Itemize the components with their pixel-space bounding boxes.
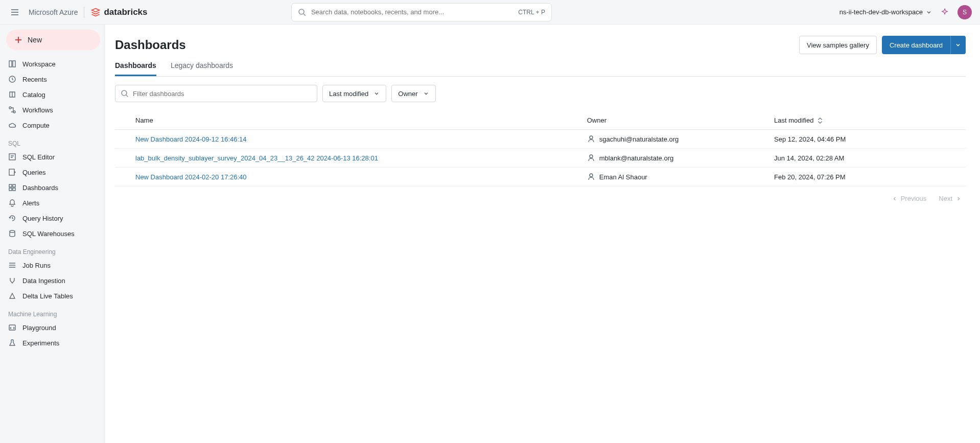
svg-line-4 [304, 14, 306, 16]
sidebar-item-workspace[interactable]: Workspace [4, 56, 100, 72]
chevron-down-icon [955, 42, 961, 48]
brand-azure-label: Microsoft Azure [29, 8, 78, 16]
column-header-owner[interactable]: Owner [583, 111, 770, 130]
sidebar-item-sql-warehouses[interactable]: SQL Warehouses [4, 226, 100, 241]
workspace-switcher[interactable]: ns-ii-tech-dev-db-workspace [839, 8, 932, 16]
next-label: Next [939, 195, 952, 202]
svg-rect-8 [13, 61, 15, 67]
sort-filter-label: Last modified [329, 90, 368, 98]
tab-legacy-dashboards[interactable]: Legacy dashboards [171, 61, 233, 76]
sidebar-item-label: Experiments [22, 339, 59, 347]
sidebar-item-label: SQL Warehouses [22, 230, 75, 238]
svg-rect-16 [9, 188, 12, 191]
owner-cell: Eman Al Shaour [587, 173, 766, 181]
playground-icon [8, 323, 16, 332]
table-row[interactable]: lab_bulk_density_sublayer_survey_2024_04… [115, 149, 966, 168]
sort-filter[interactable]: Last modified [322, 85, 386, 102]
column-header-name[interactable]: Name [115, 111, 583, 130]
sidebar-item-label: Alerts [22, 199, 39, 207]
svg-rect-17 [13, 188, 15, 191]
databricks-logo-icon [90, 7, 101, 17]
sidebar-item-data-ingestion[interactable]: Data Ingestion [4, 273, 100, 288]
sidebar-item-queries[interactable]: Queries [4, 165, 100, 180]
column-header-modified[interactable]: Last modified [770, 111, 966, 130]
owner-filter-label: Owner [398, 90, 417, 98]
table-row[interactable]: New Dashboard 2024-02-20 17:26:40Eman Al… [115, 168, 966, 186]
pagination: Previous Next [115, 186, 966, 202]
sidebar-item-recents[interactable]: Recents [4, 72, 100, 87]
sidebar-item-label: Playground [22, 324, 56, 332]
sidebar-item-delta-live-tables[interactable]: Delta Live Tables [4, 288, 100, 304]
modified-label: Feb 20, 2024, 07:26 PM [774, 173, 845, 181]
owner-filter[interactable]: Owner [391, 85, 435, 102]
brand-databricks-label: databricks [104, 7, 147, 17]
delta-icon [8, 292, 16, 300]
next-page-button[interactable]: Next [939, 195, 962, 202]
sidebar-item-workflows[interactable]: Workflows [4, 102, 100, 118]
create-dashboard-button[interactable]: Create dashboard [882, 36, 950, 54]
filter-search[interactable] [115, 85, 317, 102]
user-icon [587, 154, 595, 162]
search-icon [298, 8, 306, 16]
sidebar-item-job-runs[interactable]: Job Runs [4, 258, 100, 273]
sidebar-item-sql-editor[interactable]: SQL Editor [4, 149, 100, 165]
sidebar-item-label: Catalog [22, 91, 45, 99]
global-search-input[interactable] [311, 8, 513, 16]
chevron-down-icon [926, 9, 932, 15]
sidebar-item-playground[interactable]: Playground [4, 320, 100, 335]
dashboard-link[interactable]: New Dashboard 2024-09-12 16:46:14 [135, 135, 247, 143]
chevron-down-icon [423, 90, 429, 97]
dashboard-link[interactable]: lab_bulk_density_sublayer_survey_2024_04… [135, 154, 378, 162]
prev-page-button[interactable]: Previous [892, 195, 927, 202]
sidebar-item-compute[interactable]: Compute [4, 118, 100, 133]
ingestion-icon [8, 276, 16, 285]
user-icon [587, 173, 595, 181]
view-samples-button[interactable]: View samples gallery [799, 36, 877, 54]
sidebar-item-experiments[interactable]: Experiments [4, 335, 100, 351]
tabs: DashboardsLegacy dashboards [115, 61, 966, 77]
editor-icon [8, 153, 16, 161]
sidebar-section-label: SQL [4, 133, 100, 149]
chevron-right-icon [955, 196, 962, 202]
svg-point-22 [590, 136, 593, 139]
column-header-modified-label: Last modified [774, 116, 813, 124]
owner-cell: sgachuhi@naturalstate.org [587, 135, 766, 143]
main-content: Dashboards View samples gallery Create d… [105, 25, 980, 443]
sidebar-item-catalog[interactable]: Catalog [4, 87, 100, 102]
warehouse-icon [8, 229, 16, 238]
sidebar-item-label: Workspace [22, 60, 56, 68]
create-dashboard-dropdown[interactable] [950, 36, 966, 54]
svg-point-20 [122, 90, 127, 96]
user-avatar[interactable]: S [958, 5, 972, 19]
sidebar-item-label: Queries [22, 169, 46, 176]
menu-button[interactable] [8, 6, 21, 19]
dashboard-icon [8, 183, 16, 192]
tab-dashboards[interactable]: Dashboards [115, 61, 156, 76]
brand-databricks: databricks [90, 7, 147, 17]
sidebar-item-query-history[interactable]: Query History [4, 211, 100, 226]
sidebar-item-label: Dashboards [22, 184, 58, 192]
dashboard-link[interactable]: New Dashboard 2024-02-20 17:26:40 [135, 173, 247, 181]
avatar-initial: S [963, 9, 967, 16]
brand-separator [84, 7, 84, 18]
svg-rect-15 [13, 184, 15, 187]
workspace-icon [8, 60, 16, 68]
sidebar-item-label: Query History [22, 215, 63, 222]
table-row[interactable]: New Dashboard 2024-09-12 16:46:14sgachuh… [115, 130, 966, 149]
sparkle-icon [940, 8, 949, 17]
owner-cell: mblank@naturalstate.org [587, 154, 766, 162]
global-search[interactable]: CTRL + P [291, 3, 552, 21]
sidebar-item-dashboards[interactable]: Dashboards [4, 180, 100, 195]
book-icon [8, 90, 16, 99]
filter-search-input[interactable] [133, 90, 312, 98]
assistant-button[interactable] [938, 6, 951, 19]
query-icon [8, 168, 16, 176]
bell-icon [8, 199, 16, 207]
sidebar-item-alerts[interactable]: Alerts [4, 195, 100, 211]
sidebar-item-label: Compute [22, 122, 50, 129]
modified-label: Jun 14, 2024, 02:28 AM [774, 154, 844, 162]
sidebar-item-label: Delta Live Tables [22, 292, 73, 300]
new-button[interactable]: New [6, 30, 100, 50]
svg-line-21 [126, 95, 128, 97]
jobs-icon [8, 261, 16, 269]
